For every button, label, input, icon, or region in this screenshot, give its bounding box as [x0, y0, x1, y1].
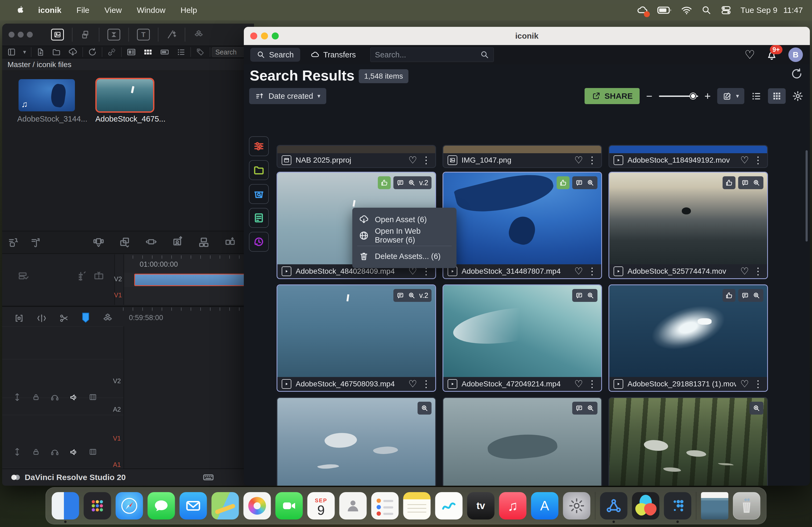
davinci-search-field[interactable]: Search [212, 47, 246, 57]
sidebar-history-icon[interactable] [249, 232, 269, 252]
menu-item-open-in-browser[interactable]: Open In Web Browser (6) [352, 228, 456, 244]
dock-maps-icon[interactable] [212, 492, 239, 520]
dock-iconik-agent-icon[interactable] [600, 492, 627, 520]
import-audio-clip-icon[interactable] [31, 237, 41, 248]
review-loupe-icon[interactable] [587, 404, 594, 412]
asset-tile[interactable]: v.2 AdobeStock_467508093.mp4 ♡⋮ [277, 284, 436, 392]
minimize-button[interactable] [261, 32, 268, 40]
import-video-clip-icon[interactable] [8, 237, 19, 248]
dock-trash-icon[interactable] [733, 492, 760, 520]
comments-icon[interactable] [396, 292, 404, 299]
iconik-traffic-lights[interactable] [250, 32, 279, 40]
search-icon[interactable] [480, 50, 489, 59]
kebab-menu-icon[interactable]: ⋮ [587, 155, 597, 165]
filmstrip-options-icon[interactable] [93, 270, 105, 282]
sidebar-filters-icon[interactable] [249, 136, 269, 156]
dock-launchpad-icon[interactable] [84, 492, 111, 520]
kebab-menu-icon[interactable]: ⋮ [587, 267, 597, 276]
settings-gear-icon[interactable] [792, 90, 803, 102]
favorite-heart-icon[interactable]: ♡ [574, 267, 583, 276]
approved-thumbs-up-icon[interactable] [378, 176, 391, 189]
asset-tile[interactable]: 5548299-uhd_3840_2160_25fps.... ♡⋮ [608, 397, 768, 486]
mute-track-icon[interactable] [69, 448, 78, 457]
review-loupe-icon[interactable] [408, 292, 416, 299]
filmstrip-view-icon[interactable] [160, 47, 170, 57]
dock-calendar-icon[interactable]: SEP 9 [307, 492, 335, 520]
close-up-icon[interactable] [171, 236, 184, 249]
layered-clips-icon[interactable] [102, 313, 113, 324]
ripple-overwrite-icon[interactable] [145, 236, 157, 249]
track-header-v2[interactable]: V2 [110, 377, 121, 385]
notifications-bell-icon[interactable]: 9+ [766, 49, 778, 61]
zoom-out-icon[interactable]: − [646, 91, 652, 102]
asset-tile[interactable]: AdobeStock_525774474.mov ♡⋮ [608, 172, 768, 279]
review-loupe-icon[interactable] [587, 179, 594, 186]
import-media-icon[interactable] [36, 48, 45, 56]
approved-thumbs-up-icon[interactable] [557, 176, 569, 189]
favorite-heart-icon[interactable]: ♡ [408, 155, 417, 165]
favorites-icon[interactable]: ♡ [744, 49, 755, 61]
davinci-titlebar[interactable]: T [2, 24, 254, 46]
favorite-heart-icon[interactable]: ♡ [408, 379, 417, 389]
kebab-menu-icon[interactable]: ⋮ [421, 155, 431, 165]
dock-screenshot-document-icon[interactable] [701, 492, 728, 520]
track-label-v1[interactable]: V1 [114, 291, 122, 299]
thumbs-up-icon[interactable] [723, 176, 736, 189]
asset-tile[interactable]: AdobeStock_314487807.mp4 ♡⋮ [443, 172, 602, 279]
metadata-view-icon[interactable] [127, 47, 136, 57]
dock-appstore-icon[interactable]: A [531, 492, 559, 520]
spotlight-icon[interactable] [701, 5, 712, 15]
comments-icon[interactable] [396, 179, 404, 186]
asset-tile[interactable]: AdobeStock_1184949192.mov ♡⋮ [608, 145, 768, 168]
mute-track-icon[interactable] [69, 393, 78, 402]
zoom-button[interactable] [272, 32, 279, 40]
track-controls-row[interactable] [13, 393, 97, 402]
kebab-menu-icon[interactable]: ⋮ [753, 379, 763, 389]
dock-system-settings-icon[interactable] [563, 492, 591, 520]
favorite-heart-icon[interactable]: ♡ [740, 155, 749, 165]
transitions-icon[interactable] [107, 29, 120, 41]
in-out-range-icon[interactable] [14, 313, 24, 323]
sidebar-metadata-icon[interactable] [249, 208, 269, 228]
track-label-v2[interactable]: V2 [114, 275, 122, 283]
slider-knob[interactable] [690, 93, 696, 99]
media-pool-icon[interactable] [51, 29, 64, 41]
sort-dropdown[interactable]: Date created ▾ [249, 88, 326, 104]
dock-messages-icon[interactable] [148, 492, 175, 520]
thumbs-up-icon[interactable] [723, 289, 736, 302]
control-center-icon[interactable] [721, 5, 731, 16]
titles-icon[interactable]: T [137, 29, 150, 41]
comments-icon[interactable] [576, 292, 583, 299]
list-view-icon[interactable] [176, 47, 186, 57]
favorite-heart-icon[interactable]: ♡ [740, 379, 749, 389]
sort-clips-icon[interactable] [18, 270, 30, 282]
iconik-agent-status-icon[interactable] [636, 4, 648, 16]
render-queue-icon[interactable] [193, 29, 204, 40]
favorite-heart-icon[interactable]: ♡ [740, 267, 749, 276]
user-avatar[interactable]: B [788, 47, 803, 62]
dock-tv-icon[interactable]: tv [467, 492, 495, 520]
share-button[interactable]: SHARE [584, 88, 640, 104]
sidebar-collections-icon[interactable] [249, 160, 269, 180]
global-search-box[interactable] [370, 47, 494, 62]
video-timeline[interactable]: 01:00:00:00 V2 V1 [2, 254, 254, 305]
comments-icon[interactable] [576, 179, 583, 186]
dock-mail-icon[interactable] [180, 492, 207, 520]
keyboard-icon[interactable] [202, 471, 214, 483]
iconik-titlebar[interactable]: iconik [244, 27, 810, 45]
review-loupe-icon[interactable] [753, 292, 760, 299]
import-folder-icon[interactable] [52, 47, 61, 57]
asset-tile[interactable]: NAB 2025.prproj ♡⋮ [277, 145, 436, 168]
menu-item-open-asset[interactable]: Open Asset (6) [352, 211, 456, 228]
asset-tile[interactable]: IMG_1047.png ♡⋮ [443, 145, 602, 168]
review-loupe-icon[interactable] [753, 404, 760, 412]
menu-window[interactable]: Window [130, 6, 172, 15]
collapse-panel-icon[interactable] [7, 47, 16, 57]
menu-file[interactable]: File [70, 6, 96, 15]
track-resize-icon[interactable] [13, 393, 21, 402]
kebab-menu-icon[interactable]: ⋮ [421, 379, 431, 389]
comments-icon[interactable] [741, 179, 749, 186]
track-header-v1[interactable]: V1 [110, 435, 121, 442]
scrollbar[interactable] [806, 150, 808, 241]
kebab-menu-icon[interactable]: ⋮ [587, 379, 597, 389]
